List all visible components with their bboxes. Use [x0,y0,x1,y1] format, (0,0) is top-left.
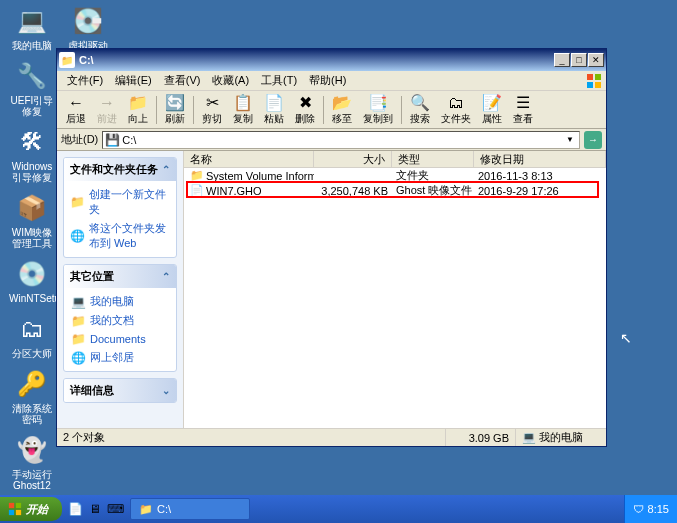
toolbar-剪切[interactable]: ✂剪切 [197,91,227,129]
ql-icon[interactable]: 🖥 [86,500,104,518]
details-panel: 详细信息 ⌄ [63,378,177,403]
link-icon: 📁 [70,314,86,328]
address-dropdown[interactable]: ▼ [563,135,577,144]
toolbar-向上[interactable]: 📁向上 [123,91,153,129]
file-list[interactable]: 📁System Volume Information文件夹2016-11-3 8… [184,168,606,428]
folder-icon: 📁 [139,503,153,516]
menu-item[interactable]: 工具(T) [255,71,303,90]
toolbar-文件夹[interactable]: 🗂文件夹 [436,91,476,129]
toolbar: ←后退→前进📁向上🔄刷新✂剪切📋复制📄粘贴✖删除📂移至📑复制到🔍搜索🗂文件夹📝属… [57,91,606,129]
file-row[interactable]: 📄WIN7.GHO3,250,748 KBGhost 映像文件2016-9-29… [184,183,606,198]
panel-header-details[interactable]: 详细信息 ⌄ [64,379,176,402]
menu-item[interactable]: 编辑(E) [109,71,158,90]
toolbar-icon: 📂 [332,94,352,112]
minimize-button[interactable]: _ [554,53,570,67]
toolbar-icon: 📝 [482,94,502,112]
toolbar-移至[interactable]: 📂移至 [327,91,357,129]
app-icon: 🗂 [16,313,48,345]
column-size[interactable]: 大小 [314,151,392,167]
app-icon: 🔧 [16,60,48,92]
statusbar: 2 个对象 3.09 GB 💻我的电脑 [57,428,606,446]
toolbar-icon: 🗂 [448,94,464,112]
maximize-button[interactable]: □ [571,53,587,67]
desktop-icon[interactable]: 🔧UEFI引导修复 [8,60,56,118]
toolbar-复制[interactable]: 📋复制 [228,91,258,129]
svg-rect-2 [587,82,593,88]
titlebar[interactable]: 📁 C:\ _ □ ✕ [57,49,606,71]
panel-link[interactable]: 📁Documents [70,330,170,348]
folder-icon: 📁 [59,52,75,68]
desktop-icon[interactable]: 📦WIM映像管理工具 [8,192,56,250]
menu-item[interactable]: 查看(V) [158,71,207,90]
go-button[interactable]: → [584,131,602,149]
svg-rect-0 [587,74,593,80]
toolbar-icon: ✂ [206,94,219,112]
column-type[interactable]: 类型 [392,151,474,167]
toolbar-复制到[interactable]: 📑复制到 [358,91,398,129]
quick-launch: 📄 🖥 ⌨ [66,500,124,518]
start-button[interactable]: 开始 [0,497,62,521]
desktop-icon[interactable]: 🛠Widnows引导修复 [8,126,56,184]
ql-icon[interactable]: 📄 [66,500,84,518]
panel-link[interactable]: 💻我的电脑 [70,292,170,311]
desktop-icon[interactable]: 💻我的电脑 [8,5,56,52]
file-tasks-panel: 文件和文件夹任务 ⌃ 📁创建一个新文件夹🌐将这个文件夹发布到 Web [63,157,177,258]
desktop-icon[interactable]: 🔑清除系统密码 [8,368,56,426]
app-icon: 📦 [16,192,48,224]
link-icon: 💻 [70,295,86,309]
panel-header-places[interactable]: 其它位置 ⌃ [64,265,176,288]
app-icon: 💻 [16,5,48,37]
desktop-icon[interactable]: 💿WinNTSetup [8,258,56,305]
toolbar-icon: 📄 [264,94,284,112]
panel-link[interactable]: 📁我的文档 [70,311,170,330]
toolbar-粘贴[interactable]: 📄粘贴 [259,91,289,129]
close-button[interactable]: ✕ [588,53,604,67]
svg-rect-1 [595,74,601,80]
toolbar-搜索[interactable]: 🔍搜索 [405,91,435,129]
desktop-icon[interactable]: 👻手动运行Ghost12 [8,434,56,492]
tray-icon[interactable]: 🛡 [633,503,644,515]
panel-link[interactable]: 🌐将这个文件夹发布到 Web [70,219,170,253]
panel-link[interactable]: 🌐网上邻居 [70,348,170,367]
addressbar: 地址(D) 💾 ▼ → [57,129,606,151]
desktop-icon[interactable]: 🗂分区大师 [8,313,56,360]
file-row[interactable]: 📁System Volume Information文件夹2016-11-3 8… [184,168,606,183]
taskbar-button-explorer[interactable]: 📁 C:\ [130,498,250,520]
other-places-panel: 其它位置 ⌃ 💻我的电脑📁我的文档📁Documents🌐网上邻居 [63,264,177,372]
ql-icon[interactable]: ⌨ [106,500,124,518]
file-list-pane: 名称 大小 类型 修改日期 📁System Volume Information… [184,151,606,428]
address-input[interactable] [122,134,563,146]
explorer-window: 📁 C:\ _ □ ✕ 文件(F)编辑(E)查看(V)收藏(A)工具(T)帮助(… [56,48,607,447]
toolbar-icon: ✖ [299,94,312,112]
toolbar-icon: 🔍 [410,94,430,112]
panel-header-tasks[interactable]: 文件和文件夹任务 ⌃ [64,158,176,181]
toolbar-后退[interactable]: ←后退 [61,91,91,129]
toolbar-icon: 📋 [233,94,253,112]
drive-icon: 💽 [72,5,104,37]
toolbar-icon: ← [68,94,84,112]
toolbar-刷新[interactable]: 🔄刷新 [160,91,190,129]
svg-rect-6 [9,510,14,515]
link-icon: 🌐 [70,229,85,243]
app-icon: 💿 [16,258,48,290]
drive-icon: 💾 [105,133,120,147]
svg-rect-3 [595,82,601,88]
menu-item[interactable]: 收藏(A) [206,71,255,90]
toolbar-属性[interactable]: 📝属性 [477,91,507,129]
system-tray[interactable]: 🛡 8:15 [624,495,677,523]
status-size: 3.09 GB [446,429,516,446]
windows-logo-icon [586,73,602,89]
task-pane: 文件和文件夹任务 ⌃ 📁创建一个新文件夹🌐将这个文件夹发布到 Web 其它位置 … [57,151,184,428]
column-date[interactable]: 修改日期 [474,151,606,167]
toolbar-查看[interactable]: ☰查看 [508,91,538,129]
menu-item[interactable]: 文件(F) [61,71,109,90]
column-name[interactable]: 名称 [184,151,314,167]
panel-link[interactable]: 📁创建一个新文件夹 [70,185,170,219]
menu-item[interactable]: 帮助(H) [303,71,352,90]
svg-rect-7 [16,510,21,515]
clock: 8:15 [648,503,669,515]
app-icon: 🛠 [16,126,48,158]
toolbar-删除[interactable]: ✖删除 [290,91,320,129]
address-label: 地址(D) [61,132,98,147]
column-headers: 名称 大小 类型 修改日期 [184,151,606,168]
